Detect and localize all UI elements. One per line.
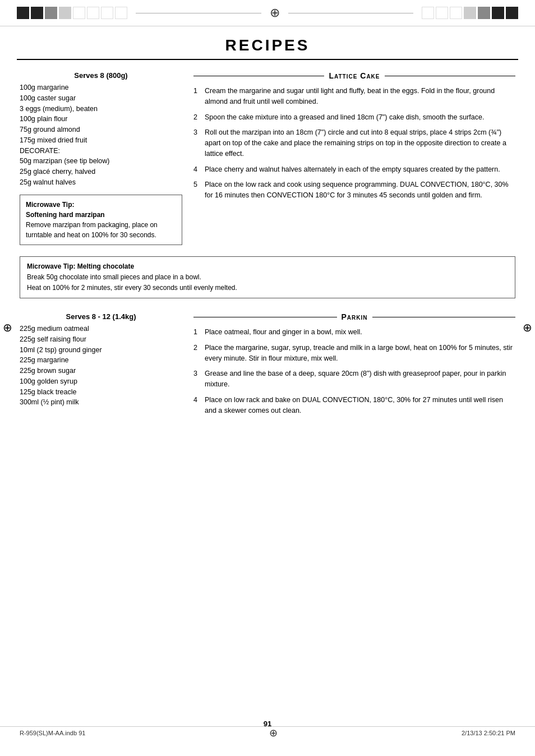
sq-white-3	[101, 7, 113, 19]
parkin-title-row: Parkin	[193, 312, 515, 321]
header-squares-left	[17, 7, 127, 19]
footer-crosshair: ⊕	[269, 727, 278, 739]
step-5: 5 Place on the low rack and cook using s…	[193, 179, 515, 201]
sq-white-2	[87, 7, 99, 19]
ingredient-8: 50g marzipan (see tip below)	[20, 156, 182, 167]
step-1: 1 Cream the margarine and sugar until li…	[193, 86, 515, 107]
parkin-wrapper: ⊕ ⊕ Serves 8 - 12 (1.4kg) 225g medium oa…	[20, 312, 515, 421]
parkin-ingredient-5: 225g brown sugar	[20, 366, 182, 376]
parkin-ingredients-col: Serves 8 - 12 (1.4kg) 225g medium oatmea…	[20, 312, 182, 421]
parkin-title: Parkin	[337, 312, 372, 321]
sq-white-4	[115, 7, 127, 19]
footer-right: 2/13/13 2:50:21 PM	[462, 730, 515, 736]
parkin-ingredient-3: 10ml (2 tsp) ground ginger	[20, 345, 182, 356]
parkin-title-line-left	[193, 317, 337, 317]
lattice-cake-ingredients: 100g margarine 100g caster sugar 3 eggs …	[20, 82, 182, 188]
melting-tip-line-1: Break 50g chocolate into small pieces an…	[27, 272, 508, 283]
tip-subtitle: Softening hard marzipan	[26, 210, 176, 220]
tip-text: Remove marzipan from packaging, place on…	[26, 220, 176, 240]
page-title: RECIPES	[0, 36, 535, 54]
page-footer: R-959(SL)M-AA.indb 91 ⊕ 2/13/13 2:50:21 …	[0, 726, 535, 739]
lattice-cake-title: Lattice Cake	[324, 71, 384, 80]
melting-tip-line-2: Heat on 100% for 2 minutes, stir every 3…	[27, 283, 508, 293]
header-line-left	[136, 13, 261, 13]
parkin-steps-list: 1 Place oatmeal, flour and ginger in a b…	[193, 327, 515, 416]
sq-white-1	[73, 7, 85, 19]
title-underline	[17, 59, 518, 60]
parkin-step-3: 3 Grease and line the base of a deep, sq…	[193, 368, 515, 390]
ingredient-6: 175g mixed dried fruit	[20, 135, 182, 146]
sq-med-1	[45, 7, 57, 19]
lattice-cake-title-row: Lattice Cake	[193, 71, 515, 80]
lattice-cake-ingredients-col: Serves 8 (800g) 100g margarine 100g cast…	[20, 71, 182, 245]
sq-white-r1	[422, 7, 434, 19]
parkin-step-4: 4 Place on low rack and bake on DUAL CON…	[193, 395, 515, 416]
parkin-ingredient-4: 225g margarine	[20, 355, 182, 366]
parkin-ingredient-6: 100g golden syrup	[20, 376, 182, 387]
step-4: 4 Place cherry and walnut halves alterna…	[193, 164, 515, 175]
sq-dark-r1	[492, 7, 504, 19]
title-line-right	[385, 76, 515, 76]
lattice-cake-serves: Serves 8 (800g)	[20, 71, 182, 80]
sq-light-1	[59, 7, 71, 19]
parkin-ingredient-2: 225g self raising flour	[20, 334, 182, 345]
header-crosshair-center: ⊕	[270, 6, 280, 20]
parkin-step-2: 2 Place the margarine, sugar, syrup, tre…	[193, 343, 515, 364]
header-bar: ⊕	[0, 0, 535, 26]
melting-tip-title: Microwave Tip: Melting chocolate	[27, 261, 508, 272]
lattice-cake-tip-box: Microwave Tip: Softening hard marzipan R…	[20, 195, 182, 245]
ingredient-4: 100g plain flour	[20, 114, 182, 125]
sq-dark-2	[31, 7, 43, 19]
lattice-cake-section: Serves 8 (800g) 100g margarine 100g cast…	[20, 71, 515, 245]
sq-white-r3	[450, 7, 462, 19]
ingredient-7: DECORATE:	[20, 146, 182, 156]
parkin-ingredients: 225g medium oatmeal 225g self raising fl…	[20, 324, 182, 408]
sq-dark-r2	[506, 7, 518, 19]
tip-title: Microwave Tip:	[26, 200, 176, 210]
lattice-cake-steps-col: Lattice Cake 1 Cream the margarine and s…	[193, 71, 515, 245]
header-line-right	[288, 13, 414, 13]
sq-dark-1	[17, 7, 29, 19]
melting-tip-box: Microwave Tip: Melting chocolate Break 5…	[20, 256, 515, 299]
ingredient-3: 3 eggs (medium), beaten	[20, 104, 182, 114]
header-squares-right	[422, 7, 518, 19]
parkin-steps-col: Parkin 1 Place oatmeal, flour and ginger…	[193, 312, 515, 421]
step-3: 3 Roll out the marzipan into an 18cm (7"…	[193, 127, 515, 159]
parkin-title-line-right	[372, 317, 516, 317]
parkin-ingredient-8: 300ml (½ pint) milk	[20, 397, 182, 408]
sq-med-r1	[478, 7, 490, 19]
parkin-ingredient-7: 125g black treacle	[20, 387, 182, 398]
ingredient-9: 25g glacé cherry, halved	[20, 167, 182, 177]
sq-light-r1	[464, 7, 476, 19]
content-area: Serves 8 (800g) 100g margarine 100g cast…	[0, 71, 535, 298]
ingredient-5: 75g ground almond	[20, 125, 182, 135]
parkin-ingredient-1: 225g medium oatmeal	[20, 324, 182, 334]
ingredient-2: 100g caster sugar	[20, 93, 182, 104]
footer-left: R-959(SL)M-AA.indb 91	[20, 730, 85, 736]
step-2: 2 Spoon the cake mixture into a greased …	[193, 112, 515, 123]
parkin-serves: Serves 8 - 12 (1.4kg)	[20, 312, 182, 321]
parkin-step-1: 1 Place oatmeal, flour and ginger in a b…	[193, 327, 515, 338]
sq-white-r2	[436, 7, 448, 19]
ingredient-1: 100g margarine	[20, 82, 182, 93]
lattice-cake-steps-list: 1 Cream the margarine and sugar until li…	[193, 86, 515, 201]
title-line-left	[193, 76, 324, 76]
parkin-section: Serves 8 - 12 (1.4kg) 225g medium oatmea…	[20, 312, 515, 421]
crosshair-left: ⊕	[3, 321, 12, 334]
ingredient-10: 25g walnut halves	[20, 177, 182, 188]
crosshair-right: ⊕	[523, 321, 532, 334]
